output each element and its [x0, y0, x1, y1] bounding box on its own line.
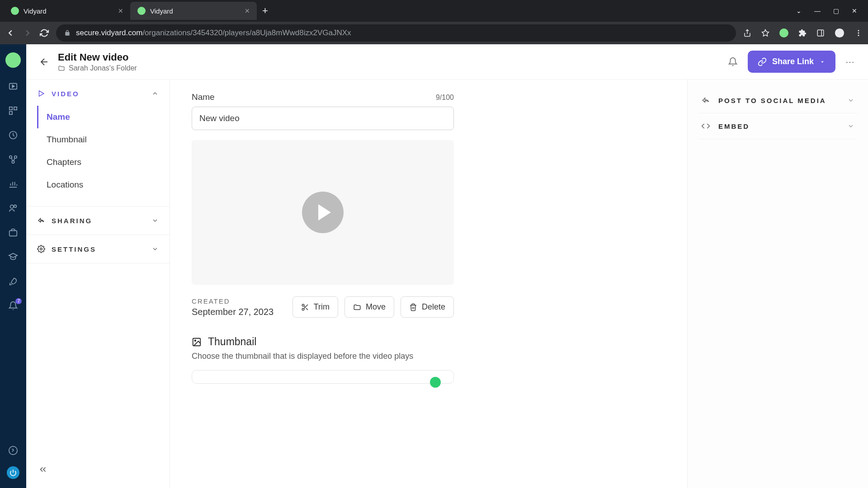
svg-marker-19: [39, 91, 44, 96]
thumbnail-picker[interactable]: [192, 370, 454, 384]
sidebar-header-settings[interactable]: SETTINGS: [37, 245, 159, 253]
svg-line-24: [306, 308, 307, 310]
rail-dashboard-icon[interactable]: [7, 105, 19, 117]
chevron-down-icon: [847, 97, 854, 104]
close-window-icon[interactable]: ✕: [852, 7, 857, 14]
delete-label: Delete: [422, 302, 445, 312]
forward-button[interactable]: [23, 28, 33, 38]
extensions-icon[interactable]: [798, 29, 807, 37]
rail-library-icon[interactable]: [7, 80, 19, 92]
sidebar-header-sharing[interactable]: SHARING: [37, 216, 159, 225]
main-content: Name 9/100 CREATED September 27, 2023: [170, 80, 687, 488]
trim-button[interactable]: Trim: [292, 296, 338, 318]
menu-icon[interactable]: [854, 29, 863, 37]
close-icon[interactable]: ×: [245, 6, 250, 16]
side-panel-icon[interactable]: [816, 29, 825, 37]
play-icon: [37, 89, 45, 98]
chevron-down-icon: [819, 59, 826, 65]
more-menu-button[interactable]: ⋯: [845, 56, 855, 67]
share-link-button[interactable]: Share Link: [748, 51, 835, 73]
rail-power-icon[interactable]: [7, 466, 19, 479]
reload-button[interactable]: [40, 28, 49, 38]
share-link-label: Share Link: [772, 57, 814, 66]
name-field-label: Name: [192, 92, 215, 102]
svg-point-2: [835, 28, 844, 38]
sidebar-item-thumbnail[interactable]: Thumbnail: [37, 128, 159, 151]
meta-row: CREATED September 27, 2023 Trim Move Del…: [192, 296, 454, 318]
rail-help-icon[interactable]: [7, 445, 19, 456]
rail-notifications-icon[interactable]: 7: [7, 300, 19, 312]
right-panel-post-social-label: POST TO SOCIAL MEDIA: [718, 97, 839, 104]
svg-point-16: [14, 205, 17, 208]
name-char-count: 9/100: [436, 94, 454, 102]
sidebar-item-name[interactable]: Name: [37, 106, 159, 128]
close-icon[interactable]: ×: [118, 6, 123, 16]
page: Edit New video Sarah Jonas's Folder Shar…: [26, 44, 868, 488]
sidebar-title-sharing: SHARING: [52, 217, 145, 225]
sidebar-item-locations[interactable]: Locations: [37, 174, 159, 196]
rail-learn-icon[interactable]: [7, 251, 19, 263]
header-actions: Share Link ⋯: [728, 51, 855, 73]
minimize-icon[interactable]: —: [814, 7, 821, 14]
browser-tab[interactable]: Vidyard ×: [4, 2, 130, 20]
lock-icon: [64, 30, 71, 36]
right-panel-post-social[interactable]: POST TO SOCIAL MEDIA: [698, 88, 857, 113]
rail-analytics-icon[interactable]: [7, 178, 19, 190]
svg-point-4: [858, 33, 859, 34]
new-tab-button[interactable]: +: [262, 5, 268, 17]
sidebar-header-video[interactable]: VIDEO: [37, 89, 159, 98]
bookmark-icon[interactable]: [761, 29, 769, 37]
delete-button[interactable]: Delete: [401, 296, 454, 318]
profile-icon[interactable]: [835, 28, 844, 38]
chevron-down-icon: [151, 245, 159, 253]
browser-tab-active[interactable]: Vidyard ×: [130, 2, 257, 20]
folder-icon: [353, 303, 361, 311]
share-page-icon[interactable]: [743, 29, 751, 37]
sidebar-item-chapters[interactable]: Chapters: [37, 151, 159, 174]
browser-chrome: Vidyard × Vidyard × + ⌄ — ▢ ✕: [0, 0, 868, 44]
thumbnail-header: Thumbnail: [192, 336, 454, 348]
back-button[interactable]: [5, 28, 15, 38]
content: VIDEO Name Thumbnail Chapters Locations …: [26, 80, 868, 488]
breadcrumb[interactable]: Sarah Jonas's Folder: [58, 64, 137, 72]
thumbnail-description: Choose the thumbnail that is displayed b…: [192, 352, 454, 361]
move-label: Move: [366, 302, 386, 312]
move-button[interactable]: Move: [344, 296, 394, 318]
right-panel: POST TO SOCIAL MEDIA EMBED: [687, 80, 868, 488]
rail-insights-icon[interactable]: [7, 129, 19, 141]
app-logo[interactable]: [5, 52, 21, 68]
svg-point-27: [194, 340, 196, 341]
share-arrow-icon: [701, 96, 710, 105]
maximize-icon[interactable]: ▢: [833, 7, 839, 14]
extension-icon[interactable]: [779, 28, 788, 38]
collapse-sidebar-button[interactable]: [30, 456, 56, 483]
svg-point-22: [302, 308, 304, 310]
svg-marker-7: [12, 85, 14, 88]
tab-title: Vidyard: [24, 7, 113, 15]
tab-dropdown-icon[interactable]: ⌄: [796, 7, 802, 14]
address-bar[interactable]: secure.vidyard.com/organizations/3454320…: [56, 24, 736, 42]
created-label: CREATED: [192, 297, 286, 305]
play-button[interactable]: [302, 192, 344, 233]
svg-point-5: [858, 35, 859, 36]
created-meta: CREATED September 27, 2023: [192, 297, 286, 317]
sidebar-title-video: VIDEO: [52, 90, 145, 98]
bell-icon[interactable]: [728, 57, 738, 67]
sidebar-section-settings: SETTINGS: [26, 235, 170, 263]
nav-rail: 7: [0, 44, 26, 488]
back-arrow-button[interactable]: [39, 56, 50, 67]
image-icon: [192, 337, 202, 347]
gear-icon: [37, 245, 45, 253]
name-input[interactable]: [192, 107, 454, 130]
rail-team-icon[interactable]: [7, 202, 19, 214]
svg-point-3: [858, 30, 859, 31]
thumbnail-title: Thumbnail: [208, 336, 256, 348]
toolbar-icons: [743, 28, 863, 38]
rail-hubs-icon[interactable]: [7, 154, 19, 165]
svg-rect-17: [9, 230, 17, 236]
right-panel-embed[interactable]: EMBED: [698, 113, 857, 139]
rail-rocket-icon[interactable]: [7, 276, 19, 287]
sidebar-items: Name Thumbnail Chapters Locations: [37, 106, 159, 196]
svg-rect-9: [14, 107, 17, 110]
rail-channels-icon[interactable]: [7, 227, 19, 239]
